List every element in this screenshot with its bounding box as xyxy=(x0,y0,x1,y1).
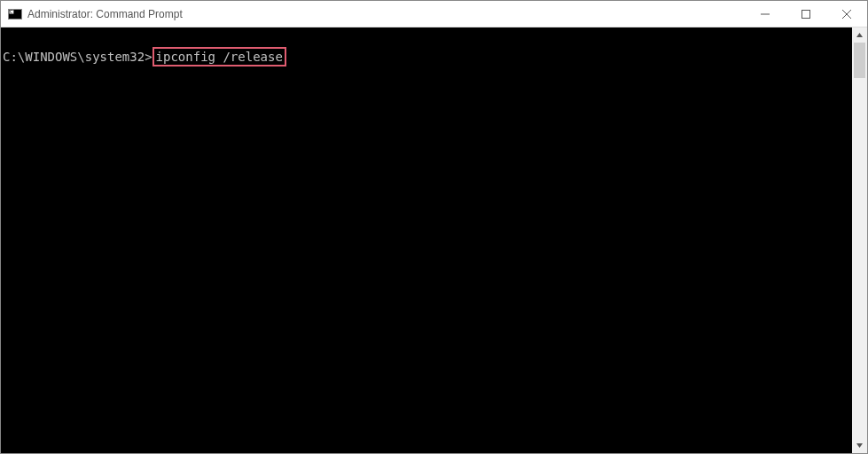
prompt-text: C:\WINDOWS\system32> xyxy=(3,50,152,64)
cmd-window: C:\ Administrator: Command Prompt C:\WIN… xyxy=(0,0,868,454)
close-button[interactable] xyxy=(826,1,867,27)
svg-rect-4 xyxy=(802,10,810,18)
prompt-line: C:\WINDOWS\system32>ipconfig /release xyxy=(3,47,286,67)
minimize-button[interactable] xyxy=(745,1,786,27)
scroll-down-button[interactable] xyxy=(852,438,867,453)
scrollbar[interactable] xyxy=(852,27,867,453)
svg-text:C:\: C:\ xyxy=(10,9,18,14)
svg-marker-7 xyxy=(856,33,863,37)
svg-marker-8 xyxy=(856,443,863,448)
cmd-icon: C:\ xyxy=(8,7,22,21)
scroll-thumb[interactable] xyxy=(854,43,865,78)
client-area: C:\WINDOWS\system32>ipconfig /release xyxy=(1,27,867,453)
window-title: Administrator: Command Prompt xyxy=(27,8,183,20)
command-highlight: ipconfig /release xyxy=(152,47,286,67)
console-output[interactable]: C:\WINDOWS\system32>ipconfig /release xyxy=(1,27,852,453)
titlebar[interactable]: C:\ Administrator: Command Prompt xyxy=(1,1,867,27)
scroll-track[interactable] xyxy=(852,43,867,438)
command-text: ipconfig /release xyxy=(156,50,283,64)
maximize-button[interactable] xyxy=(786,1,826,27)
scroll-up-button[interactable] xyxy=(852,27,867,43)
